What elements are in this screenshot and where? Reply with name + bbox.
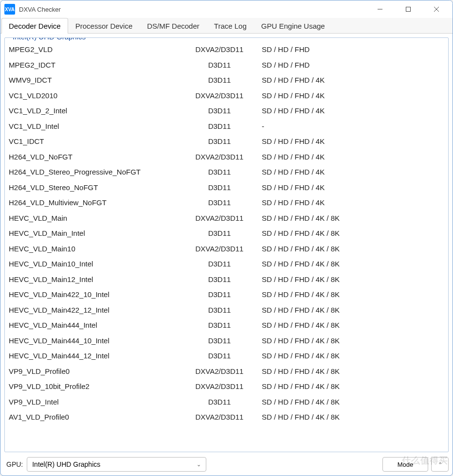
- codec-cell: H264_VLD_Stereo_NoFGT: [8, 182, 183, 194]
- resolution-cell: SD / HD / FHD / 4K: [256, 182, 445, 194]
- api-cell: D3D11: [183, 335, 256, 347]
- tab-trace-log[interactable]: Trace Log: [207, 18, 254, 34]
- codec-cell: VP9_VLD_Intel: [8, 396, 183, 408]
- api-cell: D3D11: [183, 121, 256, 132]
- table-row[interactable]: HEVC_VLD_Main422_12_IntelD3D11SD / HD / …: [5, 302, 448, 318]
- resolution-cell: SD / HD / FHD / 4K / 8K: [256, 304, 445, 316]
- app-title: DXVA Checker: [19, 6, 366, 13]
- table-row[interactable]: HEVC_VLD_Main444_IntelD3D11SD / HD / FHD…: [5, 317, 448, 333]
- resolution-cell: SD / HD / FHD / 4K: [256, 105, 445, 117]
- resolution-cell: SD / HD / FHD: [256, 59, 445, 71]
- groupbox-title: Intel(R) UHD Graphics: [10, 37, 89, 41]
- resolution-cell: SD / HD / FHD / 4K: [256, 136, 445, 147]
- decoder-table: MPEG2_VLDDXVA2/D3D11SD / HD / FHDMPEG2_I…: [5, 42, 448, 425]
- mode-button[interactable]: Mode: [382, 457, 428, 472]
- table-row[interactable]: HEVC_VLD_Main10_IntelD3D11SD / HD / FHD …: [5, 256, 448, 272]
- table-row[interactable]: WMV9_IDCTD3D11SD / HD / FHD / 4K: [5, 72, 448, 88]
- codec-cell: VP9_VLD_Profile0: [8, 366, 183, 377]
- minimize-icon: [377, 6, 383, 12]
- api-cell: D3D11: [183, 319, 256, 331]
- app-icon: XVA: [4, 4, 15, 15]
- codec-cell: VP9_VLD_10bit_Profile2: [8, 381, 183, 392]
- codec-cell: AV1_VLD_Profile0: [8, 411, 183, 423]
- table-row[interactable]: VP9_VLD_10bit_Profile2DXVA2/D3D11SD / HD…: [5, 379, 448, 394]
- close-button[interactable]: [422, 1, 451, 17]
- table-row[interactable]: VC1_VLD2010DXVA2/D3D11SD / HD / FHD / 4K: [5, 88, 448, 104]
- api-cell: D3D11: [183, 166, 256, 178]
- resolution-cell: SD / HD / FHD / 4K / 8K: [256, 274, 445, 285]
- table-row[interactable]: VC1_VLD_IntelD3D11-: [5, 119, 448, 134]
- maximize-button[interactable]: [394, 1, 422, 17]
- codec-cell: H264_VLD_Multiview_NoFGT: [8, 197, 183, 209]
- tab-gpu-engine-usage[interactable]: GPU Engine Usage: [254, 18, 332, 34]
- titlebar: XVA DXVA Checker: [0, 0, 453, 18]
- resolution-cell: SD / HD / FHD / 4K: [256, 166, 445, 178]
- api-cell: DXVA2/D3D11: [183, 44, 256, 55]
- api-cell: D3D11: [183, 182, 256, 194]
- tab-decoder-device[interactable]: Decoder Device: [1, 18, 68, 34]
- resolution-cell: SD / HD / FHD / 4K / 8K: [256, 350, 445, 362]
- window-controls: [366, 1, 451, 17]
- codec-cell: H264_VLD_Stereo_Progressive_NoFGT: [8, 166, 183, 178]
- resolution-cell: SD / HD / FHD / 4K: [256, 74, 445, 86]
- maximize-icon: [405, 6, 411, 12]
- resolution-cell: SD / HD / FHD / 4K / 8K: [256, 396, 445, 408]
- api-cell: D3D11: [183, 59, 256, 71]
- svg-rect-1: [406, 7, 411, 12]
- table-row[interactable]: HEVC_VLD_Main422_10_IntelD3D11SD / HD / …: [5, 287, 448, 302]
- resolution-cell: -: [256, 121, 445, 132]
- table-row[interactable]: VC1_IDCTD3D11SD / HD / FHD / 4K: [5, 134, 448, 149]
- resolution-cell: SD / HD / FHD / 4K / 8K: [256, 366, 445, 377]
- table-row[interactable]: HEVC_VLD_Main_IntelD3D11SD / HD / FHD / …: [5, 226, 448, 241]
- resolution-cell: SD / HD / FHD / 4K / 8K: [256, 335, 445, 347]
- codec-cell: HEVC_VLD_Main444_12_Intel: [8, 350, 183, 362]
- table-row[interactable]: HEVC_VLD_MainDXVA2/D3D11SD / HD / FHD / …: [5, 211, 448, 226]
- resolution-cell: SD / HD / FHD / 4K / 8K: [256, 289, 445, 300]
- chevron-up-icon: ⌃: [438, 461, 442, 468]
- table-row[interactable]: VC1_VLD_2_IntelD3D11SD / HD / FHD / 4K: [5, 103, 448, 119]
- table-row[interactable]: HEVC_VLD_Main444_12_IntelD3D11SD / HD / …: [5, 348, 448, 364]
- table-row[interactable]: HEVC_VLD_Main444_10_IntelD3D11SD / HD / …: [5, 333, 448, 349]
- resolution-cell: SD / HD / FHD / 4K / 8K: [256, 212, 445, 224]
- gpu-select[interactable]: Intel(R) UHD Graphics ⌄: [27, 457, 206, 472]
- table-row[interactable]: HEVC_VLD_Main10DXVA2/D3D11SD / HD / FHD …: [5, 241, 448, 257]
- table-row[interactable]: MPEG2_IDCTD3D11SD / HD / FHD: [5, 57, 448, 73]
- table-row[interactable]: H264_VLD_NoFGTDXVA2/D3D11SD / HD / FHD /…: [5, 149, 448, 165]
- table-row[interactable]: MPEG2_VLDDXVA2/D3D11SD / HD / FHD: [5, 42, 448, 57]
- table-row[interactable]: HEVC_VLD_Main12_IntelD3D11SD / HD / FHD …: [5, 272, 448, 287]
- tab-bar: Decoder DeviceProcessor DeviceDS/MF Deco…: [0, 18, 453, 34]
- decoder-groupbox: Intel(R) UHD Graphics MPEG2_VLDDXVA2/D3D…: [4, 37, 449, 452]
- api-cell: DXVA2/D3D11: [183, 212, 256, 224]
- codec-cell: WMV9_IDCT: [8, 74, 183, 86]
- content-area: Intel(R) UHD Graphics MPEG2_VLDDXVA2/D3D…: [0, 34, 453, 454]
- table-row[interactable]: AV1_VLD_Profile0DXVA2/D3D11SD / HD / FHD…: [5, 409, 448, 425]
- codec-cell: VC1_VLD2010: [8, 90, 183, 102]
- codec-cell: H264_VLD_NoFGT: [8, 151, 183, 163]
- codec-cell: HEVC_VLD_Main12_Intel: [8, 274, 183, 285]
- table-row[interactable]: VP9_VLD_IntelD3D11SD / HD / FHD / 4K / 8…: [5, 394, 448, 410]
- resolution-cell: SD / HD / FHD / 4K / 8K: [256, 258, 445, 270]
- gpu-selected-value: Intel(R) UHD Graphics: [32, 460, 100, 468]
- table-row[interactable]: H264_VLD_Stereo_NoFGTD3D11SD / HD / FHD …: [5, 180, 448, 195]
- resolution-cell: SD / HD / FHD / 4K: [256, 197, 445, 209]
- resolution-cell: SD / HD / FHD / 4K / 8K: [256, 411, 445, 423]
- codec-cell: VC1_VLD_2_Intel: [8, 105, 183, 117]
- table-row[interactable]: H264_VLD_Stereo_Progressive_NoFGTD3D11SD…: [5, 164, 448, 180]
- api-cell: D3D11: [183, 258, 256, 270]
- codec-cell: HEVC_VLD_Main10_Intel: [8, 258, 183, 270]
- codec-cell: HEVC_VLD_Main: [8, 212, 183, 224]
- resolution-cell: SD / HD / FHD / 4K / 8K: [256, 243, 445, 255]
- right-buttons: Mode ⌃: [382, 457, 449, 472]
- tab-processor-device[interactable]: Processor Device: [68, 18, 140, 34]
- table-row[interactable]: H264_VLD_Multiview_NoFGTD3D11SD / HD / F…: [5, 195, 448, 211]
- tab-ds-mf-decoder[interactable]: DS/MF Decoder: [140, 18, 207, 34]
- api-cell: DXVA2/D3D11: [183, 151, 256, 163]
- expand-button[interactable]: ⌃: [431, 457, 449, 472]
- codec-cell: HEVC_VLD_Main422_10_Intel: [8, 289, 183, 300]
- minimize-button[interactable]: [366, 1, 394, 17]
- api-cell: D3D11: [183, 228, 256, 239]
- bottom-bar: GPU: Intel(R) UHD Graphics ⌄ Mode ⌃: [0, 454, 453, 476]
- api-cell: DXVA2/D3D11: [183, 243, 256, 255]
- table-row[interactable]: VP9_VLD_Profile0DXVA2/D3D11SD / HD / FHD…: [5, 364, 448, 379]
- app-window: XVA DXVA Checker Decoder DeviceProcessor…: [0, 0, 453, 476]
